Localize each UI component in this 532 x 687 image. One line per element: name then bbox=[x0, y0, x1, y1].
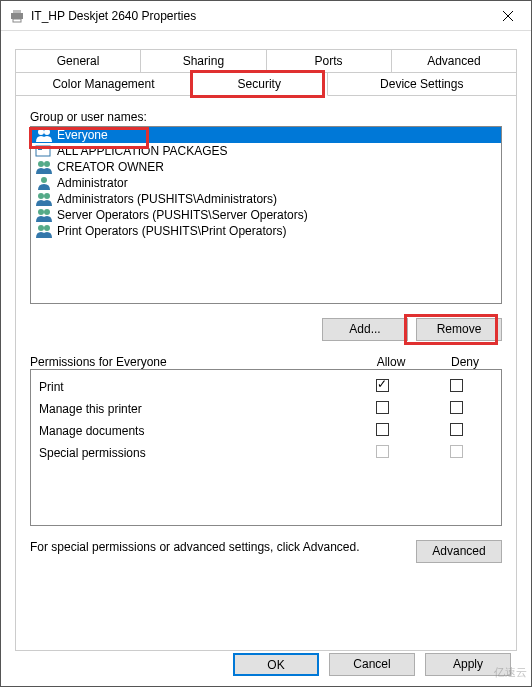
group-icon bbox=[35, 128, 53, 142]
principal-name: ALL APPLICATION PACKAGES bbox=[57, 144, 228, 158]
permission-name: Manage this printer bbox=[39, 402, 345, 416]
svg-point-12 bbox=[38, 193, 44, 199]
remove-button[interactable]: Remove bbox=[416, 318, 502, 341]
principal-name: Everyone bbox=[57, 128, 108, 142]
svg-rect-0 bbox=[11, 13, 23, 19]
permission-name: Special permissions bbox=[39, 446, 345, 460]
principal-name: Server Operators (PUSHITS\Server Operato… bbox=[57, 208, 308, 222]
advanced-button[interactable]: Advanced bbox=[416, 540, 502, 563]
svg-point-9 bbox=[38, 161, 44, 167]
group-user-names-label: Group or user names: bbox=[30, 110, 502, 124]
permission-row: Manage this printer bbox=[39, 398, 493, 420]
allow-checkbox[interactable] bbox=[376, 401, 389, 414]
permission-row: Print bbox=[39, 376, 493, 398]
cancel-button[interactable]: Cancel bbox=[329, 653, 415, 676]
allow-checkbox[interactable] bbox=[376, 423, 389, 436]
principal-name: CREATOR OWNER bbox=[57, 160, 164, 174]
tab-sharing[interactable]: Sharing bbox=[141, 49, 266, 73]
user-icon bbox=[35, 176, 53, 190]
tab-ports[interactable]: Ports bbox=[267, 49, 392, 73]
tab-security[interactable]: Security bbox=[192, 73, 328, 96]
allow-column-header: Allow bbox=[354, 355, 428, 369]
permissions-listbox: PrintManage this printerManage documents… bbox=[30, 369, 502, 526]
principals-listbox[interactable]: EveryoneALL APPLICATION PACKAGESCREATOR … bbox=[30, 126, 502, 304]
principal-item[interactable]: ALL APPLICATION PACKAGES bbox=[31, 143, 501, 159]
group-icon bbox=[35, 224, 53, 238]
principal-name: Print Operators (PUSHITS\Print Operators… bbox=[57, 224, 286, 238]
principal-item[interactable]: Administrators (PUSHITS\Administrators) bbox=[31, 191, 501, 207]
principal-item[interactable]: CREATOR OWNER bbox=[31, 159, 501, 175]
svg-point-15 bbox=[44, 209, 50, 215]
svg-point-13 bbox=[44, 193, 50, 199]
title-bar: IT_HP Deskjet 2640 Properties bbox=[1, 1, 531, 31]
ok-button[interactable]: OK bbox=[233, 653, 319, 676]
svg-rect-2 bbox=[13, 19, 21, 22]
svg-point-10 bbox=[44, 161, 50, 167]
permission-row: Special permissions bbox=[39, 442, 493, 464]
permission-name: Print bbox=[39, 380, 345, 394]
add-button[interactable]: Add... bbox=[322, 318, 408, 341]
svg-point-5 bbox=[38, 129, 44, 135]
group-icon bbox=[35, 160, 53, 174]
principal-item[interactable]: Administrator bbox=[31, 175, 501, 191]
tab-color-management[interactable]: Color Management bbox=[15, 73, 192, 96]
allow-checkbox bbox=[376, 445, 389, 458]
window-title: IT_HP Deskjet 2640 Properties bbox=[31, 9, 485, 23]
printer-icon bbox=[9, 9, 25, 23]
svg-rect-8 bbox=[38, 148, 42, 150]
deny-checkbox[interactable] bbox=[450, 379, 463, 392]
deny-checkbox bbox=[450, 445, 463, 458]
principal-item[interactable]: Everyone bbox=[31, 127, 501, 143]
permission-row: Manage documents bbox=[39, 420, 493, 442]
principal-name: Administrators (PUSHITS\Administrators) bbox=[57, 192, 277, 206]
deny-checkbox[interactable] bbox=[450, 401, 463, 414]
tab-general[interactable]: General bbox=[15, 49, 141, 73]
group-icon bbox=[35, 192, 53, 206]
allow-checkbox[interactable] bbox=[376, 379, 389, 392]
tab-advanced[interactable]: Advanced bbox=[392, 49, 517, 73]
permission-name: Manage documents bbox=[39, 424, 345, 438]
close-button[interactable] bbox=[485, 1, 531, 30]
svg-rect-1 bbox=[13, 10, 21, 13]
tab-device-settings[interactable]: Device Settings bbox=[328, 73, 517, 96]
svg-rect-7 bbox=[36, 146, 50, 156]
principal-name: Administrator bbox=[57, 176, 128, 190]
svg-point-16 bbox=[38, 225, 44, 231]
svg-point-14 bbox=[38, 209, 44, 215]
principal-item[interactable]: Server Operators (PUSHITS\Server Operato… bbox=[31, 207, 501, 223]
deny-checkbox[interactable] bbox=[450, 423, 463, 436]
svg-point-17 bbox=[44, 225, 50, 231]
watermark: 亿速云 bbox=[494, 665, 527, 680]
svg-point-11 bbox=[41, 177, 47, 183]
permissions-for-label: Permissions for Everyone bbox=[30, 355, 354, 369]
deny-column-header: Deny bbox=[428, 355, 502, 369]
group-icon bbox=[35, 208, 53, 222]
principal-item[interactable]: Print Operators (PUSHITS\Print Operators… bbox=[31, 223, 501, 239]
dialog-footer: OK Cancel Apply bbox=[233, 653, 511, 676]
tab-strip: General Sharing Ports Advanced Color Man… bbox=[1, 31, 531, 96]
package-icon bbox=[35, 144, 53, 158]
advanced-settings-text: For special permissions or advanced sett… bbox=[30, 540, 404, 554]
svg-point-6 bbox=[44, 129, 50, 135]
security-tab-panel: Group or user names: EveryoneALL APPLICA… bbox=[15, 96, 517, 651]
